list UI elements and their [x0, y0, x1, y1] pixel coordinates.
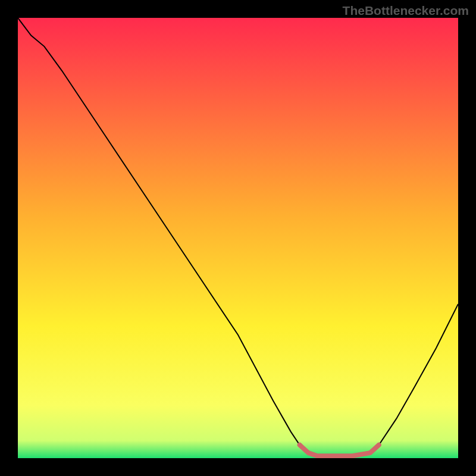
- watermark-text: TheBottlenecker.com: [343, 4, 469, 18]
- chart-container: TheBottlenecker.com: [0, 0, 476, 476]
- bottleneck-curve: [18, 18, 458, 456]
- plot-area: [18, 18, 458, 458]
- curve-layer: [18, 18, 458, 458]
- optimal-band: [300, 445, 379, 456]
